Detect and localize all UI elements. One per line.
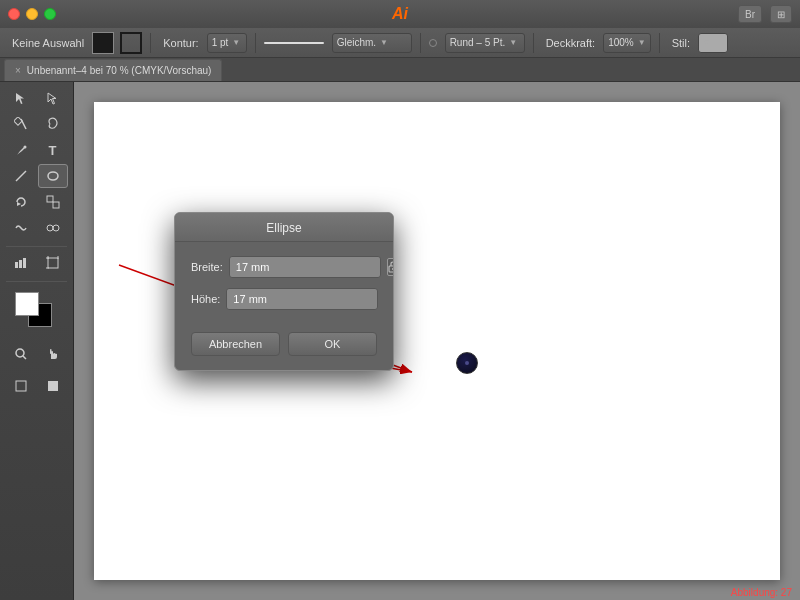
direct-select-tool[interactable] [38,86,68,110]
dialog-buttons: Abbrechen OK [175,332,393,370]
rotate-tool[interactable] [6,190,36,214]
traffic-lights [8,8,56,20]
svg-rect-1 [14,117,22,125]
svg-rect-7 [53,202,59,208]
close-button[interactable] [8,8,20,20]
svg-point-9 [53,225,59,231]
svg-point-27 [392,268,394,270]
svg-rect-21 [16,381,26,391]
ok-button[interactable]: OK [288,332,377,356]
lasso-tool[interactable] [38,112,68,136]
svg-rect-13 [48,258,58,268]
svg-line-19 [23,356,26,359]
stil-select[interactable]: ▼ [698,33,728,53]
menubar: Keine Auswahl Kontur: 1 pt ▼ Gleichm. ▼ … [0,28,800,58]
titlebar: Ai Br ⊞ [0,0,800,28]
ellipse-center-dot [465,361,469,365]
zoom-tool[interactable] [6,342,36,366]
svg-rect-20 [50,349,52,354]
sep2 [255,33,256,53]
opacity-select[interactable]: 100% ▼ [603,33,651,53]
fill-label: Keine Auswahl [8,37,88,49]
sep1 [150,33,151,53]
stil-label: Stil: [668,37,694,49]
normal-mode[interactable] [6,374,36,398]
text-tool[interactable]: T [38,138,68,162]
cancel-button[interactable]: Abbrechen [191,332,280,356]
link-icon[interactable] [387,258,394,276]
kontur-section: Kontur: 1 pt ▼ [159,33,246,53]
dialog-body: Breite: Höhe: [175,242,393,332]
sep5 [659,33,660,53]
hoehe-label: Höhe: [191,293,220,305]
pen-tool[interactable] [6,138,36,162]
toolbar-divider1 [6,246,67,247]
color-tools [7,292,67,332]
breite-input[interactable] [229,256,381,278]
svg-line-3 [16,171,26,181]
hoehe-input[interactable] [226,288,378,310]
breite-label: Breite: [191,261,223,273]
svg-rect-22 [48,381,58,391]
kontur-select[interactable]: 1 pt ▼ [207,33,247,53]
fill-section: Keine Auswahl [8,32,142,54]
column-graph-tool[interactable] [6,251,36,275]
statusbar: Abbildung: 27 [723,585,800,600]
tab-title: Unbenannt–4 bei 70 % (CMYK/Vorschau) [27,65,212,76]
svg-point-4 [48,172,58,180]
layout-button[interactable]: ⊞ [770,5,792,23]
fill-color-box[interactable] [92,32,114,54]
stroke-cap-select[interactable]: Rund – 5 Pt. ▼ [445,33,525,53]
breite-row: Breite: [191,256,377,278]
warp-tool[interactable] [6,216,36,240]
toolbar: T [0,82,74,600]
main-area: T [0,82,800,600]
stroke-color-box[interactable] [120,32,142,54]
blend-tool[interactable] [38,216,68,240]
svg-rect-6 [47,196,53,202]
svg-rect-11 [19,260,22,268]
line-tool[interactable] [6,164,36,188]
canvas-ellipse-shape [456,352,478,374]
app-icon: Ai [392,5,408,23]
maximize-button[interactable] [44,8,56,20]
artboard-tool[interactable] [38,251,68,275]
magic-wand-tool[interactable] [6,112,36,136]
stroke-style-select[interactable]: Gleichm. ▼ [332,33,412,53]
opacity-label: Deckkraft: [542,37,600,49]
toolbar-divider2 [6,281,67,282]
minimize-button[interactable] [26,8,38,20]
ellipse-dialog[interactable]: Ellipse Breite: Höhe: Abbrechen OK [174,212,394,371]
status-label: Abbildung: 27 [731,587,792,598]
sep4 [533,33,534,53]
scale-tool[interactable] [38,190,68,214]
fullscreen-mode[interactable] [38,374,68,398]
svg-rect-26 [389,266,394,272]
tab-close-icon[interactable]: × [15,65,21,76]
select-tool[interactable] [6,86,36,110]
canvas-area[interactable]: Ellipse Breite: Höhe: Abbrechen OK [74,82,800,600]
svg-point-8 [47,225,53,231]
svg-marker-5 [17,202,21,206]
dialog-title: Ellipse [175,213,393,242]
svg-rect-12 [23,258,26,268]
fill-tool[interactable] [15,292,39,316]
svg-point-2 [23,146,26,149]
hoehe-row: Höhe: [191,288,377,310]
svg-rect-10 [15,262,18,268]
sep3 [420,33,421,53]
kontur-label: Kontur: [159,37,202,49]
br-button[interactable]: Br [738,5,762,23]
document-tab[interactable]: × Unbenannt–4 bei 70 % (CMYK/Vorschau) [4,59,222,81]
ellipse-tool[interactable] [38,164,68,188]
stroke-dot [429,39,437,47]
stroke-line [264,42,324,44]
svg-point-18 [16,349,24,357]
tabbar: × Unbenannt–4 bei 70 % (CMYK/Vorschau) [0,58,800,82]
titlebar-right: Br ⊞ [738,5,792,23]
hand-tool[interactable] [38,342,68,366]
